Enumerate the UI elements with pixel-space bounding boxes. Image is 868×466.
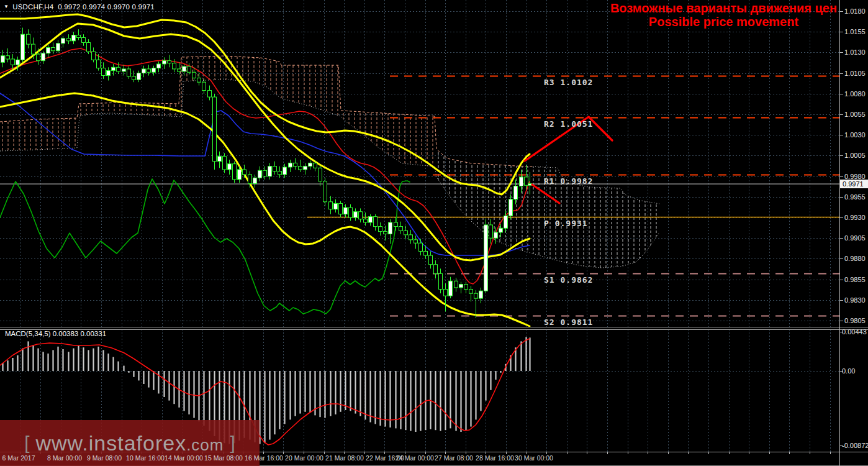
time-axis-label: 8 Mar 00:00	[47, 454, 82, 462]
price-axis-label: 1.0030	[844, 131, 866, 139]
pivot-level-label-p: P 0.9931	[544, 219, 588, 228]
price-axis-label: 0.9905	[844, 234, 866, 242]
time-axis-label: 9 Mar 08:00	[87, 454, 122, 462]
pivot-level-label-s1: S1 0.9862	[544, 275, 593, 285]
macd-axis-label: 0.00	[842, 367, 855, 375]
time-axis-label: 16 Mar 16:00	[245, 454, 283, 462]
price-axis-label: 0.9955	[844, 193, 866, 201]
time-axis-label: 28 Mar 16:00	[476, 454, 514, 462]
price-axis-label: 1.0155	[844, 28, 866, 35]
ohlc-values: 0.9972 0.9974 0.9970 0.9971	[58, 3, 155, 11]
price-axis-label: 1.0005	[844, 152, 866, 159]
chart-title: ▼USDCHF,H4 0.9972 0.9974 0.9970 0.9971	[4, 3, 155, 11]
pivot-level-label-r1: R1 0.9982	[544, 176, 593, 186]
time-axis-label: 14 Mar 00:00	[165, 454, 203, 462]
time-axis-label: 27 Mar 08:00	[435, 454, 473, 462]
forecast-annotation: Возможные варианты движения цен Possible…	[610, 1, 837, 29]
time-axis-label: 21 Mar 08:00	[325, 454, 364, 462]
pivot-level-label-r2: R2 1.0051	[544, 119, 593, 129]
symbol-timeframe: USDCHF,H4	[12, 3, 53, 11]
price-axis-label: 0.9880	[844, 255, 866, 262]
price-axis-label: 0.9830	[844, 296, 866, 304]
time-axis-label: 30 Mar 00:00	[515, 454, 553, 462]
time-axis-label: 24 Mar 00:00	[396, 454, 434, 462]
price-axis-label: 1.0180	[844, 7, 866, 15]
price-axis-label: 0.9930	[844, 214, 866, 221]
time-axis-label: 20 Mar 00:00	[285, 454, 323, 462]
time-axis-label: 15 Mar 08:00	[204, 454, 243, 462]
pivot-level-label-r3: R3 1.0102	[544, 78, 593, 87]
price-axis-label: 1.0130	[844, 48, 866, 56]
forecast-annotation-ru: Возможные варианты движения цен	[610, 1, 837, 15]
watermark-site-text: www.instaforex.com	[36, 431, 224, 455]
price-axis-label: 0.9855	[844, 276, 866, 283]
forecast-annotation-en: Possible price movement	[610, 15, 837, 29]
chart-canvas[interactable]	[0, 0, 868, 466]
symbol-dropdown-icon[interactable]: ▼	[4, 4, 9, 9]
pivot-level-label-s2: S2 0.9811	[544, 318, 593, 327]
macd-axis-label: -0.00872	[842, 442, 868, 449]
price-axis-label: 1.0105	[844, 70, 866, 77]
price-axis-label: 0.9980	[844, 173, 866, 180]
time-axis-label: 10 Mar 16:00	[126, 454, 165, 462]
price-axis-label: 1.0080	[844, 90, 866, 98]
price-axis-label: 1.0055	[844, 111, 866, 118]
price-axis-label: 0.9805	[844, 317, 866, 324]
watermark-open-bracket: [	[24, 432, 29, 454]
time-axis-label: 6 Mar 2017	[2, 454, 35, 462]
watermark-tld: .com	[186, 436, 224, 454]
current-price-badge: 0.9971	[840, 180, 868, 188]
macd-axis-label: 0.00443	[842, 328, 867, 336]
watermark-close-bracket: ]	[230, 432, 235, 454]
macd-indicator-label: MACD(5,34,5) 0.00383 0.00331	[5, 330, 106, 337]
mt4-chart-window: ▼USDCHF,H4 0.9972 0.9974 0.9970 0.9971 M…	[0, 0, 868, 466]
